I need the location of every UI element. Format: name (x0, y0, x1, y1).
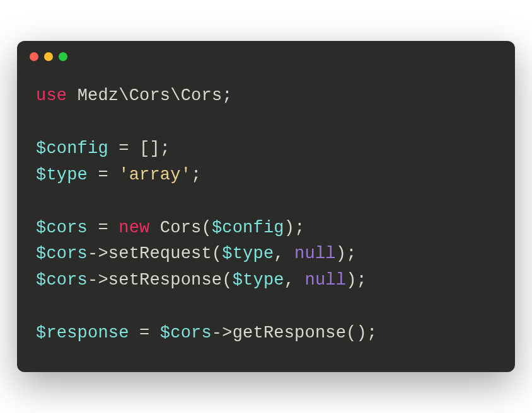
method-getresponse: getResponse (233, 324, 346, 342)
minimize-icon[interactable] (44, 52, 53, 61)
code-block: use Medz\Cors\Cors; $config = []; $type … (17, 64, 515, 371)
namespace-part: Cors (129, 86, 171, 105)
semi: ; (346, 244, 356, 263)
comma: , (274, 244, 294, 263)
variable-cors: $cors (36, 218, 88, 237)
variable-cors: $cors (36, 271, 88, 290)
paren-open: ( (201, 218, 211, 237)
close-icon[interactable] (30, 52, 38, 61)
variable-type: $type (233, 271, 284, 290)
arrow: -> (88, 244, 108, 263)
space (67, 86, 77, 105)
namespace-part: Cors (181, 86, 223, 105)
brackets: [] (139, 139, 160, 158)
keyword-new: new (119, 218, 149, 237)
zoom-icon[interactable] (59, 52, 67, 61)
variable-config: $config (36, 139, 108, 158)
method-setresponse: setResponse (108, 271, 222, 290)
paren-close: ) (284, 218, 294, 237)
equals: = (129, 324, 160, 342)
variable-cors: $cors (36, 244, 88, 263)
semi: ; (191, 166, 201, 184)
parens: () (346, 324, 367, 342)
window-titlebar (17, 41, 515, 64)
variable-config: $config (212, 218, 284, 237)
method-setrequest: setRequest (108, 244, 212, 263)
null-literal: null (294, 244, 336, 263)
string-literal: 'array' (119, 166, 191, 184)
code-window: use Medz\Cors\Cors; $config = []; $type … (17, 41, 515, 371)
paren-open: ( (212, 244, 222, 263)
semi: ; (357, 271, 367, 290)
paren-close: ) (346, 271, 356, 290)
semi: ; (222, 86, 232, 105)
keyword-use: use (36, 86, 67, 105)
namespace-part: Medz (78, 86, 119, 105)
arrow: -> (212, 324, 233, 342)
null-literal: null (305, 271, 347, 290)
semi: ; (160, 139, 170, 158)
paren-close: ) (336, 244, 346, 263)
equals: = (88, 166, 119, 184)
backslash: \ (170, 86, 180, 105)
equals: = (88, 218, 119, 237)
equals: = (108, 139, 139, 158)
space (149, 218, 159, 237)
comma: , (284, 271, 305, 290)
backslash: \ (119, 86, 129, 105)
class-name: Cors (160, 218, 202, 237)
paren-open: ( (222, 271, 232, 290)
variable-response: $response (36, 324, 129, 342)
arrow: -> (88, 271, 108, 290)
variable-cors: $cors (160, 324, 212, 342)
variable-type: $type (36, 166, 88, 184)
semi: ; (367, 324, 377, 342)
variable-type: $type (222, 244, 274, 263)
semi: ; (294, 218, 304, 237)
